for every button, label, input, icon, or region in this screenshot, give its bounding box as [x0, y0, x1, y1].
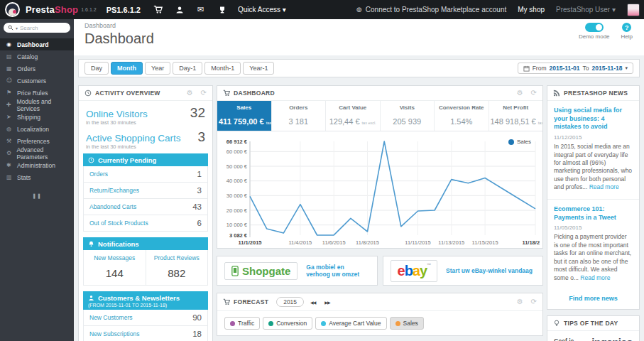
sidebar-item-preferences[interactable]: ⚒Preferences: [0, 135, 74, 147]
product-reviews-cell[interactable]: Product Reviews882: [146, 250, 208, 285]
orders-icon: ▦: [6, 65, 17, 72]
abandoned-carts-row[interactable]: Abandoned Carts43: [83, 199, 208, 215]
next-year-button[interactable]: ▶▶: [322, 298, 332, 307]
sidebar-item-stats[interactable]: ▥Stats: [0, 171, 74, 183]
online-visitors-link[interactable]: Online Visitors: [86, 109, 190, 119]
panel-refresh-icon[interactable]: ⟳: [531, 90, 537, 97]
kpi-conversion-rate[interactable]: Conversion Rate1.54%: [435, 101, 489, 131]
kpi-sales[interactable]: Sales411 759,00 € tax excl.: [217, 101, 272, 131]
kpi-orders[interactable]: Orders3 181: [272, 101, 327, 131]
active-carts-link[interactable]: Active Shopping Carts: [86, 133, 197, 144]
help-button[interactable]: ? Help: [621, 23, 633, 40]
sidebar-item-localization[interactable]: ◍Localization: [0, 123, 74, 135]
toggle-sales[interactable]: Sales: [390, 317, 424, 330]
out-of-stock-row[interactable]: Out of Stock Products6: [83, 215, 208, 232]
sidebar-item-dashboard[interactable]: ◉Dashboard: [0, 38, 74, 50]
trophy-icon[interactable]: [217, 5, 227, 14]
help-icon: ?: [622, 23, 631, 32]
sidebar-item-price-rules[interactable]: ⚑Price Rules: [0, 87, 74, 99]
user-avatar[interactable]: [627, 4, 640, 16]
panel-refresh-icon[interactable]: ⟳: [201, 90, 207, 97]
kpi-net-profit[interactable]: Net Profit148 918,51 € tax excl.: [489, 101, 543, 131]
news-article: Ecommerce 101: Payments in a Tweet 11/05…: [547, 199, 639, 289]
sidebar-item-catalog[interactable]: ▤Catalog: [0, 50, 74, 63]
ebay-promo: ebay™ Start uw eBay-winkel vandaag: [383, 256, 544, 286]
new-messages-cell[interactable]: New Messages144: [84, 250, 146, 285]
svg-text:11/15/2015: 11/15/2015: [472, 239, 498, 246]
search-scope-caret-icon[interactable]: ▾: [16, 26, 18, 31]
sales-chart[interactable]: 66 912 €60 000 €50 000 €40 000 €30 000 €…: [219, 133, 540, 248]
panel-settings-icon[interactable]: ⚙: [517, 298, 523, 305]
panel-settings-icon[interactable]: ⚙: [187, 90, 193, 97]
panel-settings-icon[interactable]: ⚙: [517, 90, 523, 97]
range-month-1-button[interactable]: Month-1: [204, 62, 241, 75]
sidebar-item-administration[interactable]: ✱Administration: [0, 159, 74, 171]
pending-orders-row[interactable]: Orders1: [83, 166, 208, 183]
panel-title: ACTIVITY OVERVIEW: [95, 90, 160, 97]
date-from: 2015-11-01: [549, 65, 579, 72]
active-carts-value: 3: [197, 129, 205, 145]
rss-icon: [553, 90, 560, 97]
user-icon[interactable]: [175, 5, 184, 14]
svg-text:11/18/2015: 11/18/2015: [522, 239, 540, 246]
news-article-title[interactable]: Ecommerce 101: Payments in a Tweet: [554, 205, 633, 222]
svg-text:11/1/2015: 11/1/2015: [239, 239, 262, 246]
sidebar-search[interactable]: ▾: [4, 23, 70, 33]
forecast-year-badge: 2015: [276, 297, 304, 307]
range-month-button[interactable]: Month: [111, 62, 143, 75]
my-shop-link[interactable]: My shop: [518, 6, 545, 13]
toggle-conversion[interactable]: Conversion: [263, 317, 312, 330]
brand-name: PrestaShop: [26, 4, 78, 15]
messages-icon[interactable]: ✉: [196, 5, 205, 14]
prestashop-logo[interactable]: [5, 2, 20, 17]
toggle-on-icon[interactable]: [585, 23, 604, 32]
calendar-icon: [523, 65, 530, 72]
kpi-cart-value[interactable]: Cart Value129,44 € tax excl.: [326, 101, 381, 131]
toggle-average-cart-value[interactable]: Average Cart Value: [315, 317, 386, 330]
read-more-link[interactable]: Read more: [580, 274, 610, 281]
demo-mode-toggle[interactable]: Demo mode: [579, 23, 610, 40]
shopgate-link[interactable]: Ga mobiel en verhoog uw omzet: [306, 264, 369, 278]
range-day-1-button[interactable]: Day-1: [173, 62, 202, 75]
sidebar-item-shipping[interactable]: ➤Shipping: [0, 111, 74, 123]
svg-text:10 000 €: 10 000 €: [227, 222, 248, 228]
person-icon: [88, 295, 94, 301]
new-subscriptions-row[interactable]: New Subscriptions18: [83, 326, 208, 341]
ebay-logo: ebay™: [391, 260, 438, 282]
date-filter-toolbar: Day Month Year Day-1 Month-1 Year-1 From…: [78, 59, 640, 77]
news-article-title[interactable]: Using social media for your business: 4 …: [554, 107, 633, 131]
sidebar-item-advanced-parameters[interactable]: ⚙Advanced Parameters: [0, 147, 74, 159]
find-more-news-link[interactable]: Find more news: [547, 289, 639, 309]
search-input[interactable]: [20, 25, 60, 31]
sidebar-item-customers[interactable]: ☺Customers: [0, 75, 74, 87]
previous-year-button[interactable]: ◀◀: [307, 298, 318, 307]
range-year-button[interactable]: Year: [145, 62, 170, 75]
chart-legend[interactable]: Sales: [508, 139, 531, 145]
sidebar-item-orders[interactable]: ▦Orders: [0, 63, 74, 75]
forecast-panel: FORECAST 2015 ◀◀ ▶▶ ⚙ ⟳ Traffic Conversi…: [217, 293, 543, 336]
lightbulb-icon: [553, 320, 560, 327]
range-year-1-button[interactable]: Year-1: [243, 62, 274, 75]
read-more-link[interactable]: Read more: [589, 183, 619, 190]
date-range-picker[interactable]: From2015-11-01 To2015-11-18 ▾: [518, 63, 633, 74]
modules-icon: ✚: [6, 102, 16, 108]
kpi-visits[interactable]: Visits205 939: [381, 101, 435, 131]
breadcrumb[interactable]: Dashboard: [74, 19, 644, 29]
new-customers-row[interactable]: New Customers90: [83, 310, 208, 326]
quick-access-menu[interactable]: Quick Access ▾: [238, 6, 286, 13]
cart-icon[interactable]: [153, 5, 163, 14]
sidebar-item-modules[interactable]: ✚Modules and Services: [0, 99, 74, 111]
collapse-sidebar-button[interactable]: ❚❚: [0, 193, 74, 199]
panel-refresh-icon[interactable]: ⟳: [531, 298, 537, 305]
online-visitors-value: 32: [190, 105, 205, 121]
range-day-button[interactable]: Day: [84, 62, 109, 75]
marketplace-connect-link[interactable]: ⊚Connect to PrestaShop Marketplace accou…: [356, 6, 506, 13]
svg-text:11/4/2015: 11/4/2015: [288, 239, 312, 246]
customers-icon: ☺: [6, 77, 17, 84]
ebay-link[interactable]: Start uw eBay-winkel vandaag: [446, 267, 533, 274]
svg-text:3 082 €: 3 082 €: [229, 232, 248, 239]
toggle-traffic[interactable]: Traffic: [224, 317, 260, 330]
pending-returns-row[interactable]: Return/Exchanges3: [83, 183, 208, 199]
sales-chart-area: 66 912 €60 000 €50 000 €40 000 €30 000 €…: [217, 131, 542, 248]
user-menu[interactable]: PrestaShop User ▾: [556, 6, 616, 13]
